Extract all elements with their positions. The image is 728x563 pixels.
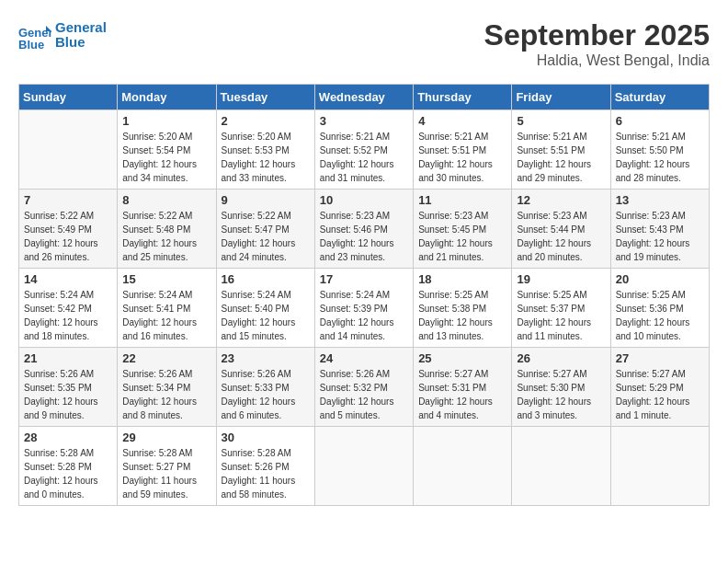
day-info: Sunrise: 5:26 AM Sunset: 5:33 PM Dayligh… [222, 367, 310, 422]
week-row-4: 21Sunrise: 5:26 AM Sunset: 5:35 PM Dayli… [19, 348, 710, 427]
calendar-cell: 6Sunrise: 5:21 AM Sunset: 5:50 PM Daylig… [610, 110, 709, 190]
calendar-cell: 14Sunrise: 5:24 AM Sunset: 5:42 PM Dayli… [19, 269, 118, 348]
day-number: 11 [418, 193, 506, 207]
day-info: Sunrise: 5:27 AM Sunset: 5:30 PM Dayligh… [517, 367, 605, 422]
day-info: Sunrise: 5:25 AM Sunset: 5:37 PM Dayligh… [517, 288, 605, 343]
day-info: Sunrise: 5:20 AM Sunset: 5:53 PM Dayligh… [222, 130, 310, 185]
day-number: 18 [418, 272, 506, 286]
day-info: Sunrise: 5:23 AM Sunset: 5:43 PM Dayligh… [616, 209, 704, 264]
day-number: 24 [320, 351, 408, 365]
calendar-cell [19, 110, 118, 190]
weekday-header-monday: Monday [118, 85, 216, 110]
day-info: Sunrise: 5:28 AM Sunset: 5:26 PM Dayligh… [222, 446, 310, 501]
day-info: Sunrise: 5:21 AM Sunset: 5:51 PM Dayligh… [418, 130, 506, 185]
day-number: 30 [222, 431, 310, 444]
calendar-cell: 17Sunrise: 5:24 AM Sunset: 5:39 PM Dayli… [314, 269, 413, 348]
logo-line1: General [55, 20, 107, 36]
calendar-cell [610, 427, 709, 506]
day-info: Sunrise: 5:25 AM Sunset: 5:38 PM Dayligh… [418, 288, 506, 343]
day-info: Sunrise: 5:21 AM Sunset: 5:50 PM Dayligh… [616, 130, 704, 185]
calendar-cell: 11Sunrise: 5:23 AM Sunset: 5:45 PM Dayli… [414, 190, 512, 269]
day-info: Sunrise: 5:20 AM Sunset: 5:54 PM Dayligh… [122, 130, 210, 185]
day-number: 5 [517, 114, 605, 128]
day-number: 19 [517, 272, 605, 286]
calendar-cell: 24Sunrise: 5:26 AM Sunset: 5:32 PM Dayli… [314, 348, 413, 427]
day-number: 4 [418, 114, 506, 128]
day-number: 1 [122, 114, 210, 128]
day-info: Sunrise: 5:24 AM Sunset: 5:40 PM Dayligh… [222, 288, 310, 343]
title-block: September 2025 Haldia, West Bengal, Indi… [484, 18, 710, 69]
day-info: Sunrise: 5:22 AM Sunset: 5:47 PM Dayligh… [222, 209, 310, 264]
day-info: Sunrise: 5:22 AM Sunset: 5:49 PM Dayligh… [24, 209, 112, 264]
calendar-cell [414, 427, 512, 506]
calendar-cell [314, 427, 413, 506]
day-number: 3 [320, 114, 408, 128]
calendar-cell: 2Sunrise: 5:20 AM Sunset: 5:53 PM Daylig… [216, 110, 314, 190]
calendar-cell: 28Sunrise: 5:28 AM Sunset: 5:28 PM Dayli… [19, 427, 118, 506]
calendar-cell: 27Sunrise: 5:27 AM Sunset: 5:29 PM Dayli… [610, 348, 709, 427]
day-info: Sunrise: 5:27 AM Sunset: 5:31 PM Dayligh… [418, 367, 506, 422]
calendar-cell: 16Sunrise: 5:24 AM Sunset: 5:40 PM Dayli… [216, 269, 314, 348]
day-info: Sunrise: 5:25 AM Sunset: 5:36 PM Dayligh… [616, 288, 704, 343]
logo-icon: General Blue [18, 18, 51, 52]
day-info: Sunrise: 5:21 AM Sunset: 5:52 PM Dayligh… [320, 130, 408, 185]
week-row-2: 7Sunrise: 5:22 AM Sunset: 5:49 PM Daylig… [19, 190, 710, 269]
day-info: Sunrise: 5:24 AM Sunset: 5:39 PM Dayligh… [320, 288, 408, 343]
day-info: Sunrise: 5:24 AM Sunset: 5:42 PM Dayligh… [24, 288, 112, 343]
calendar-cell: 26Sunrise: 5:27 AM Sunset: 5:30 PM Dayli… [512, 348, 610, 427]
day-number: 25 [418, 351, 506, 365]
day-number: 20 [616, 272, 704, 286]
calendar-cell: 8Sunrise: 5:22 AM Sunset: 5:48 PM Daylig… [118, 190, 216, 269]
page-header: General Blue General Blue September 2025… [18, 18, 710, 69]
day-info: Sunrise: 5:22 AM Sunset: 5:48 PM Dayligh… [122, 209, 210, 264]
logo: General Blue General Blue [18, 18, 107, 52]
calendar-cell: 22Sunrise: 5:26 AM Sunset: 5:34 PM Dayli… [118, 348, 216, 427]
calendar-cell: 20Sunrise: 5:25 AM Sunset: 5:36 PM Dayli… [610, 269, 709, 348]
calendar-cell: 9Sunrise: 5:22 AM Sunset: 5:47 PM Daylig… [216, 190, 314, 269]
day-info: Sunrise: 5:21 AM Sunset: 5:51 PM Dayligh… [517, 130, 605, 185]
weekday-header-saturday: Saturday [610, 85, 709, 110]
weekday-header-sunday: Sunday [19, 85, 118, 110]
weekday-header-tuesday: Tuesday [216, 85, 314, 110]
day-number: 26 [517, 351, 605, 365]
day-number: 29 [122, 431, 210, 444]
day-number: 9 [222, 193, 310, 207]
day-info: Sunrise: 5:23 AM Sunset: 5:45 PM Dayligh… [418, 209, 506, 264]
day-info: Sunrise: 5:27 AM Sunset: 5:29 PM Dayligh… [616, 367, 704, 422]
day-number: 28 [24, 431, 112, 444]
weekday-header-row: SundayMondayTuesdayWednesdayThursdayFrid… [19, 85, 710, 110]
day-info: Sunrise: 5:26 AM Sunset: 5:32 PM Dayligh… [320, 367, 408, 422]
day-number: 14 [24, 272, 112, 286]
day-number: 23 [222, 351, 310, 365]
calendar-cell: 15Sunrise: 5:24 AM Sunset: 5:41 PM Dayli… [118, 269, 216, 348]
day-info: Sunrise: 5:26 AM Sunset: 5:35 PM Dayligh… [24, 367, 112, 422]
calendar-cell: 21Sunrise: 5:26 AM Sunset: 5:35 PM Dayli… [19, 348, 118, 427]
day-info: Sunrise: 5:28 AM Sunset: 5:28 PM Dayligh… [24, 446, 112, 501]
weekday-header-friday: Friday [512, 85, 610, 110]
calendar-cell: 12Sunrise: 5:23 AM Sunset: 5:44 PM Dayli… [512, 190, 610, 269]
calendar-cell: 10Sunrise: 5:23 AM Sunset: 5:46 PM Dayli… [314, 190, 413, 269]
day-number: 13 [616, 193, 704, 207]
calendar-cell: 19Sunrise: 5:25 AM Sunset: 5:37 PM Dayli… [512, 269, 610, 348]
day-number: 2 [222, 114, 310, 128]
calendar: SundayMondayTuesdayWednesdayThursdayFrid… [18, 84, 710, 506]
day-info: Sunrise: 5:23 AM Sunset: 5:44 PM Dayligh… [517, 209, 605, 264]
day-info: Sunrise: 5:28 AM Sunset: 5:27 PM Dayligh… [122, 446, 210, 501]
weekday-header-thursday: Thursday [414, 85, 512, 110]
svg-text:Blue: Blue [18, 38, 44, 52]
day-info: Sunrise: 5:24 AM Sunset: 5:41 PM Dayligh… [122, 288, 210, 343]
logo-line2: Blue [55, 35, 107, 51]
location: Haldia, West Bengal, India [484, 52, 710, 69]
calendar-cell: 18Sunrise: 5:25 AM Sunset: 5:38 PM Dayli… [414, 269, 512, 348]
day-number: 10 [320, 193, 408, 207]
calendar-cell: 13Sunrise: 5:23 AM Sunset: 5:43 PM Dayli… [610, 190, 709, 269]
day-info: Sunrise: 5:26 AM Sunset: 5:34 PM Dayligh… [122, 367, 210, 422]
day-info: Sunrise: 5:23 AM Sunset: 5:46 PM Dayligh… [320, 209, 408, 264]
calendar-cell: 5Sunrise: 5:21 AM Sunset: 5:51 PM Daylig… [512, 110, 610, 190]
week-row-3: 14Sunrise: 5:24 AM Sunset: 5:42 PM Dayli… [19, 269, 710, 348]
weekday-header-wednesday: Wednesday [314, 85, 413, 110]
day-number: 6 [616, 114, 704, 128]
day-number: 17 [320, 272, 408, 286]
day-number: 12 [517, 193, 605, 207]
day-number: 22 [122, 351, 210, 365]
